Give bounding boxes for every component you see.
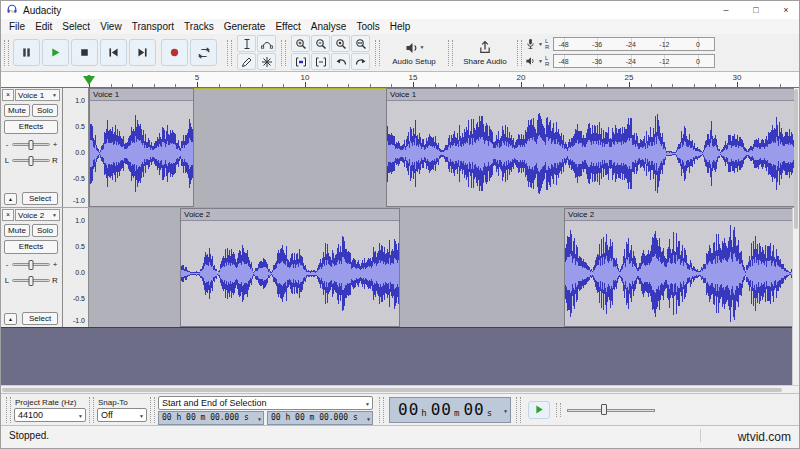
selection-start-field[interactable]: 00 h 00 m 00.000 s: [158, 411, 264, 425]
menu-select[interactable]: Select: [57, 21, 95, 32]
envelope-tool-button[interactable]: [257, 35, 276, 52]
share-audio-button[interactable]: Share Audio: [456, 36, 514, 70]
menu-effect[interactable]: Effect: [270, 21, 305, 32]
multi-tool-button[interactable]: [257, 53, 276, 70]
toolbar-grip[interactable]: [89, 397, 94, 423]
collapse-button[interactable]: ▲: [4, 313, 17, 325]
playback-meter[interactable]: LR -48-36-24-120: [525, 54, 715, 69]
toolbar-grip[interactable]: [6, 397, 11, 423]
menu-analyse[interactable]: Analyse: [306, 21, 352, 32]
audio-clip[interactable]: Voice 2: [180, 208, 400, 327]
track-bottom-row: ▲Select: [4, 192, 58, 205]
play-button[interactable]: [42, 39, 69, 66]
clip-title[interactable]: Voice 2: [181, 209, 399, 221]
audio-clip[interactable]: Voice 2: [564, 208, 794, 327]
play-at-speed-button[interactable]: [528, 401, 550, 419]
track-2[interactable]: ×Voice 2MuteSoloEffects-+LR▲Select1.00.5…: [1, 208, 794, 328]
skip-to-end-button[interactable]: [129, 39, 156, 66]
redo-button[interactable]: [351, 53, 370, 70]
minimize-button[interactable]: –: [711, 1, 741, 19]
solo-button[interactable]: Solo: [32, 224, 58, 237]
undo-button[interactable]: [331, 53, 350, 70]
gain-slider-thumb[interactable]: [29, 140, 34, 150]
track-close-button[interactable]: ×: [2, 89, 14, 101]
big-time-display[interactable]: 00h 00m 00s: [389, 397, 511, 423]
skip-to-start-button[interactable]: [100, 39, 127, 66]
toolbar-grip[interactable]: [556, 403, 561, 417]
pan-slider[interactable]: LR: [4, 274, 58, 286]
audio-clip[interactable]: Voice 1: [386, 88, 794, 207]
zoom-in-button[interactable]: [291, 35, 310, 52]
toolbar-grip[interactable]: [227, 40, 232, 66]
vertical-scrollbar-thumb[interactable]: [794, 89, 798, 229]
audio-clip[interactable]: Voice 1: [89, 88, 194, 207]
snap-to-select[interactable]: Off: [97, 408, 147, 422]
gain-slider[interactable]: -+: [4, 258, 58, 270]
menu-help[interactable]: Help: [385, 21, 416, 32]
pan-slider-thumb[interactable]: [29, 276, 34, 286]
pause-button[interactable]: [13, 39, 40, 66]
clip-title[interactable]: Voice 1: [387, 89, 794, 101]
menu-generate[interactable]: Generate: [219, 21, 271, 32]
toolbar-grip[interactable]: [379, 397, 384, 423]
toolbar-grip[interactable]: [448, 40, 453, 66]
track-1[interactable]: ×Voice 1MuteSoloEffects-+LR▲Select1.00.5…: [1, 88, 794, 208]
selection-tool-button[interactable]: [237, 35, 256, 52]
zoom-selection-button[interactable]: [331, 35, 350, 52]
effects-button[interactable]: Effects: [4, 240, 58, 254]
toolbar-grip[interactable]: [281, 40, 286, 66]
time-format-arrow-icon[interactable]: [504, 408, 507, 414]
trim-button[interactable]: [291, 53, 310, 70]
play-speed-slider[interactable]: [567, 403, 655, 417]
clip-title[interactable]: Voice 2: [565, 209, 794, 221]
toolbar-grip[interactable]: [517, 40, 522, 66]
menu-tracks[interactable]: Tracks: [179, 21, 219, 32]
loop-button[interactable]: [190, 39, 217, 66]
stop-button[interactable]: [71, 39, 98, 66]
track-wave-area[interactable]: Voice 1Voice 1: [89, 88, 794, 207]
collapse-button[interactable]: ▲: [4, 193, 17, 205]
pan-slider-thumb[interactable]: [29, 156, 34, 166]
recording-meter[interactable]: LR -48-36-24-120: [525, 37, 715, 52]
track-name-menu[interactable]: Voice 1: [15, 89, 60, 101]
close-button[interactable]: ×: [771, 1, 800, 19]
menu-edit[interactable]: Edit: [30, 21, 57, 32]
select-button[interactable]: Select: [22, 312, 58, 325]
audio-setup-button[interactable]: Audio Setup: [383, 36, 445, 70]
record-button[interactable]: [161, 39, 188, 66]
toolbar-grip[interactable]: [516, 397, 521, 423]
effects-button[interactable]: Effects: [4, 120, 58, 134]
pan-slider[interactable]: LR: [4, 154, 58, 166]
silence-button[interactable]: [311, 53, 330, 70]
menu-transport[interactable]: Transport: [127, 21, 179, 32]
menu-tools[interactable]: Tools: [351, 21, 384, 32]
playhead-indicator[interactable]: [83, 76, 95, 85]
selection-mode-select[interactable]: Start and End of Selection: [158, 396, 373, 410]
horizontal-scrollbar[interactable]: [1, 385, 800, 393]
gain-slider-thumb[interactable]: [29, 260, 34, 270]
toolbar-grip[interactable]: [150, 397, 155, 423]
menu-view[interactable]: View: [95, 21, 127, 32]
toolbar-grip[interactable]: [375, 40, 380, 66]
track-close-button[interactable]: ×: [2, 209, 14, 221]
zoom-out-button[interactable]: [311, 35, 330, 52]
track-name-menu[interactable]: Voice 2: [15, 209, 60, 221]
mute-button[interactable]: Mute: [4, 224, 30, 237]
gain-slider[interactable]: -+: [4, 138, 58, 150]
solo-button[interactable]: Solo: [32, 104, 58, 117]
zoom-fit-button[interactable]: [351, 35, 370, 52]
clip-title[interactable]: Voice 1: [90, 89, 193, 101]
ruler-label: 25: [625, 73, 634, 82]
track-wave-area[interactable]: Voice 2Voice 2: [89, 208, 794, 327]
selection-end-field[interactable]: 00 h 00 m 00.000 s: [267, 411, 373, 425]
timeline-ruler[interactable]: 051015202530: [1, 72, 800, 88]
maximize-button[interactable]: □: [741, 1, 771, 19]
horizontal-scrollbar-thumb[interactable]: [2, 388, 782, 392]
select-button[interactable]: Select: [22, 192, 58, 205]
play-speed-thumb[interactable]: [601, 404, 607, 415]
draw-tool-button[interactable]: [237, 53, 256, 70]
toolbar-grip[interactable]: [4, 40, 9, 66]
project-rate-select[interactable]: 44100: [14, 408, 86, 422]
mute-button[interactable]: Mute: [4, 104, 30, 117]
menu-file[interactable]: File: [4, 21, 30, 32]
